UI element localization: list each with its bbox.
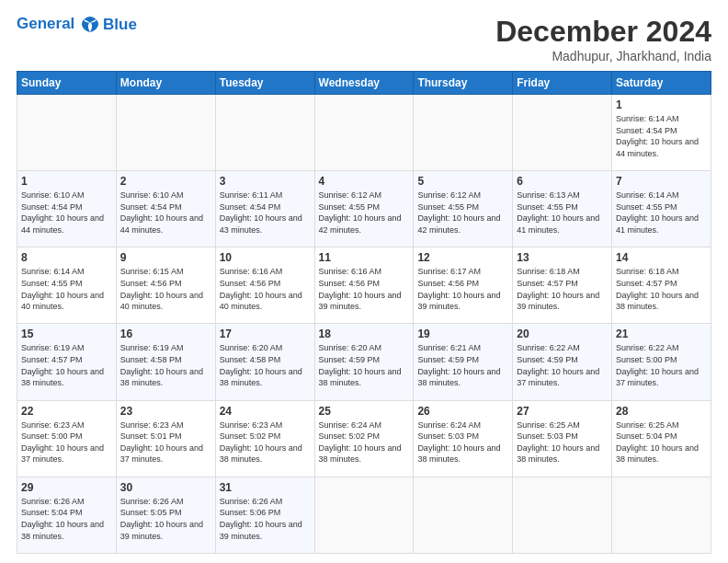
sunset-label: Sunset: 5:02 PM (220, 431, 281, 441)
day-info: Sunrise: 6:26 AM Sunset: 5:06 PM Dayligh… (220, 496, 311, 542)
calendar-cell (116, 95, 215, 171)
sunset-label: Sunset: 4:56 PM (417, 279, 479, 288)
logo-blue: Blue (103, 16, 137, 34)
sunset-label: Sunset: 4:58 PM (120, 355, 182, 364)
sunrise-label: Sunrise: 6:19 AM (120, 343, 184, 352)
day-number: 15 (21, 327, 112, 340)
sunrise-label: Sunrise: 6:11 AM (220, 190, 283, 200)
sunrise-label: Sunrise: 6:23 AM (220, 420, 283, 430)
day-number: 19 (417, 327, 508, 340)
calendar-cell (17, 95, 117, 171)
sunset-label: Sunset: 5:04 PM (21, 508, 83, 517)
daylight-label: Daylight: 10 hours and 39 minutes. (517, 291, 599, 312)
calendar-header-wednesday: Wednesday (314, 72, 414, 95)
calendar-week-3: 8 Sunrise: 6:14 AM Sunset: 4:55 PM Dayli… (17, 247, 711, 324)
sunrise-label: Sunrise: 6:12 AM (319, 190, 382, 200)
sunset-label: Sunset: 4:55 PM (319, 202, 381, 212)
daylight-label: Daylight: 10 hours and 38 minutes. (517, 443, 599, 465)
day-number: 26 (417, 405, 508, 418)
calendar-cell: 24 Sunrise: 6:23 AM Sunset: 5:02 PM Dayl… (215, 400, 314, 477)
day-info: Sunrise: 6:25 AM Sunset: 5:04 PM Dayligh… (616, 419, 707, 465)
day-number: 31 (220, 481, 311, 494)
calendar-cell: 26 Sunrise: 6:24 AM Sunset: 5:03 PM Dayl… (414, 400, 513, 477)
sunset-label: Sunset: 4:56 PM (220, 279, 281, 288)
calendar-header-sunday: Sunday (17, 72, 117, 95)
sunrise-label: Sunrise: 6:25 AM (517, 420, 580, 430)
day-number: 23 (120, 405, 211, 418)
sunset-label: Sunset: 4:55 PM (21, 279, 83, 288)
day-info: Sunrise: 6:24 AM Sunset: 5:02 PM Dayligh… (319, 419, 410, 465)
calendar-cell: 19 Sunrise: 6:21 AM Sunset: 4:59 PM Dayl… (414, 324, 513, 400)
calendar-cell (215, 95, 314, 171)
sunrise-label: Sunrise: 6:26 AM (21, 497, 85, 506)
day-info: Sunrise: 6:20 AM Sunset: 4:59 PM Dayligh… (319, 342, 410, 388)
sunset-label: Sunset: 4:57 PM (517, 279, 578, 288)
sunset-label: Sunset: 4:55 PM (616, 202, 677, 212)
calendar-table: SundayMondayTuesdayWednesdayThursdayFrid… (17, 71, 711, 554)
daylight-label: Daylight: 10 hours and 38 minutes. (120, 367, 203, 388)
day-info: Sunrise: 6:23 AM Sunset: 5:00 PM Dayligh… (21, 419, 112, 465)
daylight-label: Daylight: 10 hours and 38 minutes. (220, 443, 302, 465)
calendar-week-5: 22 Sunrise: 6:23 AM Sunset: 5:00 PM Dayl… (17, 400, 711, 477)
day-info: Sunrise: 6:13 AM Sunset: 4:55 PM Dayligh… (517, 190, 608, 236)
calendar-cell (414, 95, 513, 171)
daylight-label: Daylight: 10 hours and 39 minutes. (417, 291, 500, 312)
day-number: 6 (517, 175, 608, 188)
sunrise-label: Sunrise: 6:22 AM (616, 343, 679, 352)
sunrise-label: Sunrise: 6:14 AM (616, 114, 679, 123)
page: General Blue December 2024 Madhupur, Jha… (0, 0, 728, 563)
daylight-label: Daylight: 10 hours and 38 minutes. (21, 520, 104, 541)
calendar-week-6: 29 Sunrise: 6:26 AM Sunset: 5:04 PM Dayl… (17, 477, 711, 553)
subtitle: Madhupur, Jharkhand, India (495, 49, 711, 63)
day-number: 1 (616, 98, 707, 111)
sunrise-label: Sunrise: 6:18 AM (517, 267, 580, 276)
day-info: Sunrise: 6:26 AM Sunset: 5:05 PM Dayligh… (120, 496, 211, 542)
calendar-header-thursday: Thursday (414, 72, 513, 95)
sunrise-label: Sunrise: 6:26 AM (220, 497, 283, 506)
day-number: 2 (120, 175, 211, 188)
sunset-label: Sunset: 5:01 PM (120, 431, 182, 441)
calendar-header-monday: Monday (116, 72, 215, 95)
day-number: 16 (120, 327, 211, 340)
calendar-cell: 12 Sunrise: 6:17 AM Sunset: 4:56 PM Dayl… (414, 247, 513, 324)
day-info: Sunrise: 6:24 AM Sunset: 5:03 PM Dayligh… (417, 419, 508, 465)
day-info: Sunrise: 6:16 AM Sunset: 4:56 PM Dayligh… (319, 266, 410, 312)
sunrise-label: Sunrise: 6:20 AM (220, 343, 283, 352)
day-number: 24 (220, 405, 311, 418)
calendar-cell (314, 477, 414, 553)
day-info: Sunrise: 6:17 AM Sunset: 4:56 PM Dayligh… (417, 266, 508, 312)
daylight-label: Daylight: 10 hours and 40 minutes. (120, 291, 203, 312)
day-info: Sunrise: 6:18 AM Sunset: 4:57 PM Dayligh… (616, 266, 707, 312)
day-number: 10 (220, 251, 311, 264)
calendar-cell: 1 Sunrise: 6:14 AM Sunset: 4:54 PM Dayli… (612, 95, 711, 171)
day-info: Sunrise: 6:14 AM Sunset: 4:54 PM Dayligh… (616, 113, 707, 159)
sunset-label: Sunset: 5:00 PM (21, 431, 83, 441)
day-info: Sunrise: 6:26 AM Sunset: 5:04 PM Dayligh… (21, 496, 112, 542)
sunset-label: Sunset: 4:56 PM (120, 279, 182, 288)
calendar-header-saturday: Saturday (612, 72, 711, 95)
sunrise-label: Sunrise: 6:20 AM (319, 343, 382, 352)
sunrise-label: Sunrise: 6:19 AM (21, 343, 85, 352)
daylight-label: Daylight: 10 hours and 38 minutes. (220, 367, 302, 388)
calendar-cell: 6 Sunrise: 6:13 AM Sunset: 4:55 PM Dayli… (513, 171, 612, 247)
sunset-label: Sunset: 5:05 PM (120, 508, 182, 517)
day-number: 28 (616, 405, 707, 418)
calendar-header-tuesday: Tuesday (215, 72, 314, 95)
daylight-label: Daylight: 10 hours and 39 minutes. (319, 291, 402, 312)
sunrise-label: Sunrise: 6:10 AM (21, 190, 85, 200)
day-number: 8 (21, 251, 112, 264)
sunset-label: Sunset: 4:56 PM (319, 279, 381, 288)
sunset-label: Sunset: 5:03 PM (517, 431, 578, 441)
calendar-cell: 20 Sunrise: 6:22 AM Sunset: 4:59 PM Dayl… (513, 324, 612, 400)
daylight-label: Daylight: 10 hours and 44 minutes. (120, 213, 203, 235)
calendar-header-row: SundayMondayTuesdayWednesdayThursdayFrid… (17, 72, 711, 95)
sunset-label: Sunset: 4:59 PM (319, 355, 381, 364)
day-info: Sunrise: 6:23 AM Sunset: 5:01 PM Dayligh… (120, 419, 211, 465)
calendar-cell: 11 Sunrise: 6:16 AM Sunset: 4:56 PM Dayl… (314, 247, 414, 324)
day-number: 3 (220, 175, 311, 188)
daylight-label: Daylight: 10 hours and 44 minutes. (616, 137, 699, 158)
calendar-cell (414, 477, 513, 553)
calendar-cell: 22 Sunrise: 6:23 AM Sunset: 5:00 PM Dayl… (17, 400, 117, 477)
sunset-label: Sunset: 4:54 PM (21, 202, 83, 212)
sunset-label: Sunset: 4:57 PM (616, 279, 677, 288)
